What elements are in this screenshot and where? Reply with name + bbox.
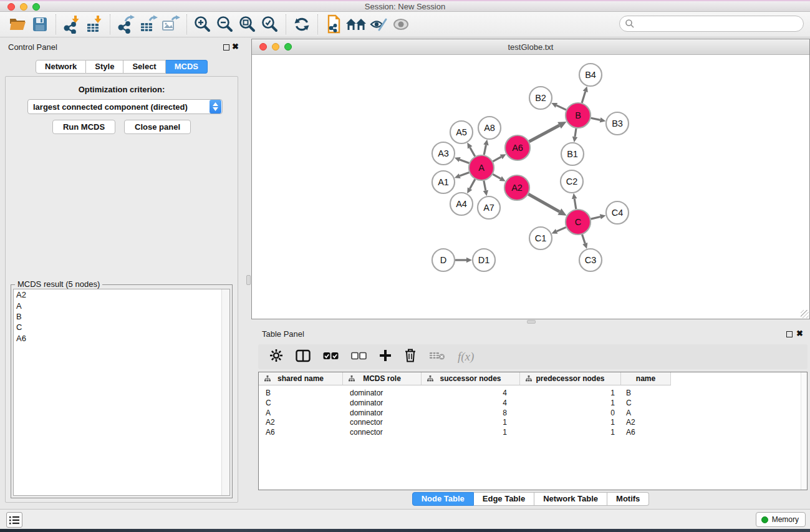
tab-mcds[interactable]: MCDS <box>166 60 208 74</box>
vertical-divider-handle[interactable] <box>246 275 251 285</box>
edge-A-A2[interactable] <box>493 174 501 178</box>
edge-B-B1[interactable] <box>575 128 576 137</box>
table-row[interactable]: Cdominator41C <box>259 399 800 409</box>
table-tab-node-table[interactable]: Node Table <box>412 492 474 506</box>
column-header-MCDS-role[interactable]: MCDS role <box>343 372 422 385</box>
split-columns-icon[interactable] <box>296 349 311 365</box>
edge-C-C3[interactable] <box>582 235 586 243</box>
tab-select[interactable]: Select <box>123 60 165 74</box>
mcds-result-item[interactable]: A <box>14 300 229 311</box>
horizontal-divider-handle[interactable] <box>527 320 536 324</box>
cell-MCDS-role[interactable]: connector <box>343 418 422 428</box>
save-session-icon[interactable] <box>29 13 51 36</box>
zoom-in-icon[interactable] <box>191 13 214 36</box>
network-window-titlebar[interactable]: testGlobe.txt <box>252 39 809 55</box>
import-table-icon[interactable] <box>83 13 105 36</box>
cell-name[interactable]: B <box>621 389 671 399</box>
deselect-all-icon[interactable] <box>351 351 367 362</box>
network-canvas[interactable]: AA1A2A3A4A5A6A7A8BB1B2B3B4CC1C2C3C4DD1 <box>252 55 809 319</box>
cell-MCDS-role[interactable]: connector <box>343 428 422 438</box>
mcds-result-list[interactable]: A2ABCA6 <box>13 289 230 496</box>
tab-network[interactable]: Network <box>36 60 86 74</box>
criterion-select[interactable]: largest connected component (directed) <box>27 99 223 114</box>
edge-B-B3[interactable] <box>591 118 600 120</box>
refresh-icon[interactable] <box>291 13 313 36</box>
memory-button[interactable]: Memory <box>756 512 806 527</box>
mcds-result-item[interactable]: C <box>14 322 229 332</box>
cell-name[interactable]: A <box>621 409 671 418</box>
cell-MCDS-role[interactable]: dominator <box>343 409 422 418</box>
column-header-predecessor-nodes[interactable]: predecessor nodes <box>520 372 621 385</box>
hide-graphics-details-icon[interactable] <box>367 13 390 36</box>
column-header-shared-name[interactable]: shared name <box>259 372 343 385</box>
edge-A-A3[interactable] <box>460 160 469 163</box>
cell-successor-nodes[interactable]: 1 <box>422 418 520 428</box>
edge-B-B2[interactable] <box>556 105 566 110</box>
edge-A-A5[interactable] <box>470 147 475 156</box>
cell-predecessor-nodes[interactable]: 1 <box>520 389 621 399</box>
edge-A-A8[interactable] <box>484 145 486 155</box>
export-image-icon[interactable] <box>160 13 182 36</box>
cell-shared-name[interactable]: A6 <box>259 428 343 438</box>
cell-name[interactable]: A2 <box>621 418 671 428</box>
float-table-panel-icon[interactable] <box>786 331 793 337</box>
table-row[interactable]: Adominator80A <box>259 409 800 418</box>
close-panel-button[interactable]: Close panel <box>124 120 191 134</box>
table-tab-network-table[interactable]: Network Table <box>534 492 607 506</box>
show-graphics-details-icon[interactable] <box>390 13 412 36</box>
cell-MCDS-role[interactable]: dominator <box>343 389 422 399</box>
houses-icon[interactable] <box>345 13 367 36</box>
tab-style[interactable]: Style <box>86 60 123 74</box>
cell-successor-nodes[interactable]: 4 <box>422 389 520 399</box>
edge-A-A1[interactable] <box>460 172 469 176</box>
table-scrollbar[interactable] <box>801 372 807 490</box>
table-row[interactable]: A6connector11A6 <box>259 428 800 438</box>
mcds-result-item[interactable]: A6 <box>14 333 229 344</box>
cell-predecessor-nodes[interactable]: 1 <box>520 399 621 409</box>
zoom-out-icon[interactable] <box>214 13 236 36</box>
cell-name[interactable]: C <box>621 399 671 409</box>
delete-column-icon[interactable] <box>404 349 417 365</box>
column-header-name[interactable]: name <box>621 372 671 385</box>
mcds-result-item[interactable]: A2 <box>14 289 229 300</box>
cell-name[interactable]: A6 <box>621 428 671 438</box>
select-all-icon[interactable] <box>323 351 339 362</box>
cell-successor-nodes[interactable]: 8 <box>422 409 520 418</box>
edge-C-C1[interactable] <box>557 227 566 231</box>
edge-A6-B[interactable] <box>529 125 560 142</box>
edge-B-B4[interactable] <box>582 92 586 103</box>
mcds-result-item[interactable]: B <box>14 311 229 322</box>
resize-grip-icon[interactable] <box>801 310 809 318</box>
new-network-document-icon[interactable] <box>322 13 345 36</box>
edge-A-A4[interactable] <box>470 179 475 188</box>
close-table-panel-icon[interactable]: ✖ <box>796 329 803 339</box>
cell-predecessor-nodes[interactable]: 1 <box>520 428 621 438</box>
open-session-icon[interactable] <box>6 13 29 36</box>
search-field[interactable] <box>619 16 804 32</box>
export-table-icon[interactable] <box>137 13 160 36</box>
edge-A2-C[interactable] <box>528 194 559 211</box>
settings-gear-icon[interactable] <box>269 349 283 365</box>
add-column-icon[interactable] <box>379 349 392 364</box>
cell-successor-nodes[interactable]: 4 <box>422 399 520 409</box>
zoom-fit-icon[interactable] <box>236 13 259 36</box>
cell-shared-name[interactable]: C <box>259 399 343 409</box>
import-network-icon[interactable] <box>60 13 83 36</box>
table-row[interactable]: Bdominator41B <box>259 389 800 399</box>
delete-table-icon[interactable] <box>429 351 445 363</box>
edge-C-C2[interactable] <box>574 199 576 210</box>
column-header-successor-nodes[interactable]: successor nodes <box>422 372 520 385</box>
cell-successor-nodes[interactable]: 1 <box>422 428 520 438</box>
close-panel-icon[interactable]: ✖ <box>232 42 239 52</box>
cell-predecessor-nodes[interactable]: 1 <box>520 418 621 428</box>
edge-C-C4[interactable] <box>591 216 600 219</box>
list-scrollbar[interactable] <box>221 289 229 495</box>
table-row[interactable]: A2connector11A2 <box>259 418 800 428</box>
cell-MCDS-role[interactable]: dominator <box>343 399 422 409</box>
task-history-button[interactable] <box>6 512 22 528</box>
table-tab-motifs[interactable]: Motifs <box>607 492 649 506</box>
export-network-icon[interactable] <box>115 13 137 36</box>
zoom-selected-icon[interactable] <box>259 13 281 36</box>
search-input[interactable] <box>635 19 791 29</box>
float-panel-icon[interactable] <box>223 44 229 51</box>
